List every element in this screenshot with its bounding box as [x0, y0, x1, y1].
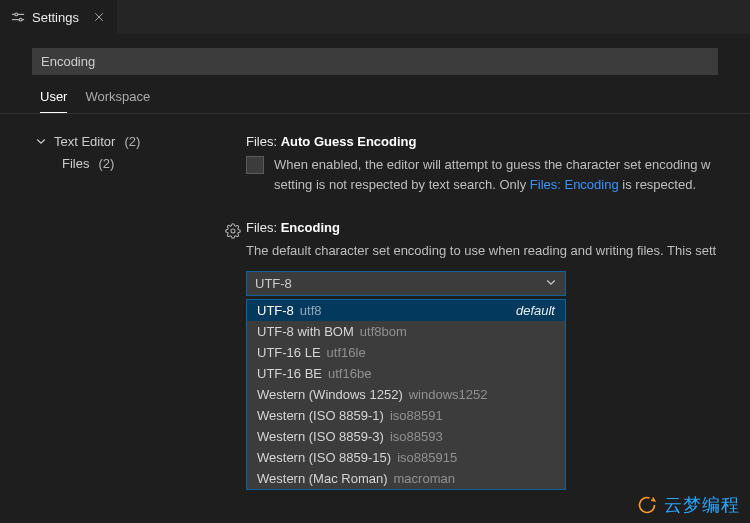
chevron-down-icon: [545, 276, 557, 291]
chevron-down-icon: [34, 134, 48, 148]
tree-node-files[interactable]: Files (2): [28, 152, 220, 174]
tab-bar: Settings: [0, 0, 750, 34]
setting-prefix: Files:: [246, 220, 281, 235]
tab-label: Settings: [32, 10, 79, 25]
settings-search-row: [0, 34, 750, 75]
scope-tabs: User Workspace: [0, 75, 750, 114]
scope-tab-workspace[interactable]: Workspace: [85, 89, 150, 113]
setting-name: Encoding: [281, 220, 340, 235]
svg-point-1: [15, 13, 18, 16]
encoding-select-value: UTF-8: [255, 276, 292, 291]
encoding-select[interactable]: UTF-8: [246, 271, 566, 296]
setting-link-files-encoding[interactable]: Files: Encoding: [530, 177, 619, 192]
settings-search-input[interactable]: [32, 48, 718, 75]
setting-name: Auto Guess Encoding: [281, 134, 417, 149]
tree-node-text-editor[interactable]: Text Editor (2): [28, 130, 220, 152]
encoding-option[interactable]: UTF-16 BEutf16be: [247, 363, 565, 384]
settings-content: Files: Auto Guess Encoding When enabled,…: [228, 114, 750, 523]
svg-point-6: [231, 229, 235, 233]
setting-auto-guess-encoding: Files: Auto Guess Encoding When enabled,…: [246, 134, 750, 194]
tree-node-count: (2): [98, 156, 114, 171]
tree-node-label: Text Editor: [54, 134, 115, 149]
setting-prefix: Files:: [246, 134, 281, 149]
tree-node-label: Files: [62, 156, 89, 171]
encoding-option[interactable]: Western (ISO 8859-3)iso88593: [247, 426, 565, 447]
auto-guess-encoding-checkbox[interactable]: [246, 156, 264, 174]
encoding-option[interactable]: Western (ISO 8859-15)iso885915: [247, 447, 565, 468]
tree-node-count: (2): [124, 134, 140, 149]
close-icon[interactable]: [91, 9, 107, 25]
gear-icon[interactable]: [224, 222, 242, 240]
settings-tree: Text Editor (2) Files (2): [0, 114, 228, 523]
setting-description: When enabled, the editor will attempt to…: [274, 155, 710, 194]
encoding-option[interactable]: Western (Windows 1252)windows1252: [247, 384, 565, 405]
encoding-option[interactable]: Western (ISO 8859-1)iso88591: [247, 405, 565, 426]
svg-point-3: [19, 18, 22, 21]
encoding-option[interactable]: UTF-16 LEutf16le: [247, 342, 565, 363]
settings-sliders-icon: [10, 9, 26, 25]
encoding-option[interactable]: Western (Mac Roman)macroman: [247, 468, 565, 489]
setting-encoding: Files: Encoding The default character se…: [246, 220, 750, 296]
scope-tab-user[interactable]: User: [40, 89, 67, 113]
encoding-option[interactable]: UTF-8utf8default: [247, 300, 565, 321]
setting-description: The default character set encoding to us…: [246, 241, 746, 261]
tab-settings[interactable]: Settings: [0, 0, 118, 34]
encoding-dropdown: UTF-8utf8defaultUTF-8 with BOMutf8bomUTF…: [246, 299, 566, 490]
encoding-option[interactable]: UTF-8 with BOMutf8bom: [247, 321, 565, 342]
